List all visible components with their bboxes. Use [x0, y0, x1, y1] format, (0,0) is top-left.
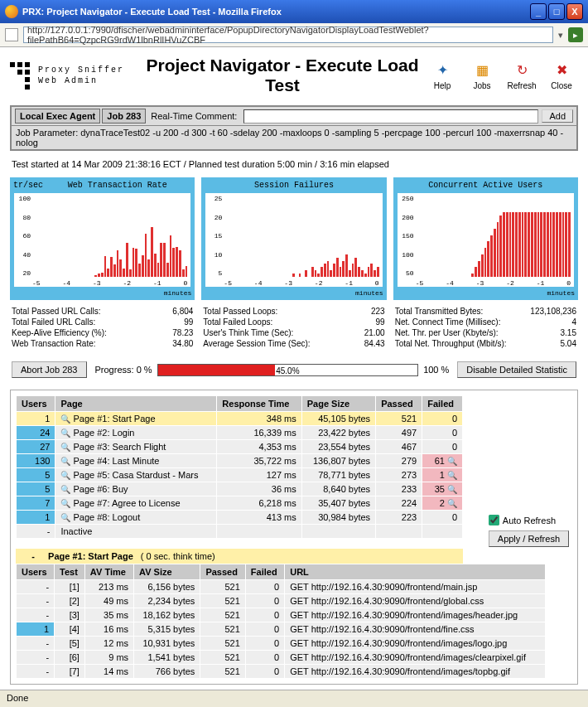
table-row[interactable]: -[2] 49 ms2,234 bytes 5210 GET http://19… — [17, 594, 546, 608]
dropdown-icon[interactable]: ▾ — [558, 30, 563, 41]
job-label: Job 283 — [102, 109, 146, 123]
table-row[interactable]: -[3] 35 ms18,162 bytes 5210 GET http://1… — [17, 608, 546, 622]
jobs-button[interactable]: ▦Jobs — [465, 61, 499, 90]
help-button[interactable]: ✦Help — [426, 61, 459, 90]
proxy-sniffer-logo — [10, 62, 30, 90]
urls-table: UsersTestAV TimeAV SizePassedFailedURL -… — [16, 564, 546, 679]
table-row[interactable]: -[6] 9 ms1,541 bytes 5210 GET http://192… — [17, 651, 546, 665]
chart: Session Failures 252015105-5-4-3-2-10 mi… — [201, 177, 386, 300]
progress-label: Progress: 0 % — [95, 365, 152, 375]
close-button[interactable]: X — [566, 3, 583, 20]
table-row[interactable]: 24 🔍 Page #2: Login 16,339 ms23,422 byte… — [17, 426, 463, 440]
close-page-button[interactable]: ✖Close — [545, 61, 578, 90]
brand-text: Proxy SnifferWeb Admin — [38, 65, 124, 87]
table-row[interactable]: -[5] 12 ms10,931 bytes 5210 GET http://1… — [17, 637, 546, 651]
window-titlebar: PRX: Project Navigator - Execute Load Te… — [0, 0, 588, 23]
job-parameter-text: Job Parameter: dynaTraceTest02 -u 200 -d… — [12, 126, 576, 149]
firefox-icon — [5, 5, 18, 18]
table-row[interactable]: 5 🔍 Page #5: Casa Stardust - Mars 127 ms… — [17, 468, 463, 482]
window-title: PRX: Project Navigator - Execute Load Te… — [22, 7, 530, 17]
test-status-text: Test started at 14 Mar 2009 21:38:16 ECT… — [12, 159, 576, 169]
pages-table: UsersPageResponse TimePage SizePassedFai… — [16, 395, 463, 539]
chart: Concurrent Active Users 25020015010050-5… — [393, 177, 578, 300]
page-icon — [5, 28, 18, 41]
rtc-label: Real-Time Comment: — [151, 111, 237, 121]
table-row[interactable]: 1 🔍 Page #8: Logout 413 ms30,984 bytes 2… — [17, 511, 463, 525]
maximize-button[interactable]: □ — [548, 3, 565, 20]
stat-block: Total Transmitted Bytes:123,108,236Net. … — [393, 305, 578, 350]
url-input[interactable]: http://127.0.0.1:7990/dfischer/webadmini… — [23, 27, 553, 43]
table-row[interactable]: 27 🔍 Page #3: Search Flight 4,353 ms23,5… — [17, 440, 463, 454]
exec-agent-label: Local Exec Agent — [15, 109, 100, 123]
table-row[interactable]: 7 🔍 Page #7: Agree to License 6,218 ms35… — [17, 496, 463, 511]
add-button[interactable]: Add — [542, 109, 573, 123]
minimize-button[interactable]: _ — [530, 3, 547, 20]
table-row[interactable]: 1 🔍 Page #1: Start Page 348 ms45,105 byt… — [17, 412, 463, 426]
auto-refresh-checkbox[interactable]: Auto Refresh — [489, 515, 556, 525]
apply-refresh-button[interactable]: Apply / Refresh — [489, 530, 569, 547]
abort-job-button[interactable]: Abort Job 283 — [12, 361, 87, 378]
browser-status-bar: Done — [0, 690, 588, 705]
table-row[interactable]: 1[4] 16 ms5,315 bytes 5210 GET http://19… — [17, 622, 546, 637]
chart: tr/secWeb Transaction Rate 10080604020-5… — [10, 177, 195, 300]
detail-page-header: - Page #1: Start Page ( 0 sec. think tim… — [16, 549, 463, 564]
go-button[interactable]: ▸ — [568, 27, 583, 42]
progress-end: 100 % — [423, 365, 449, 375]
table-row[interactable]: -[7] 14 ms766 bytes 5210 GET http://192.… — [17, 665, 546, 679]
stat-block: Total Passed Loops:223Total Failed Loops… — [201, 305, 386, 350]
refresh-button[interactable]: ↻Refresh — [505, 61, 538, 90]
table-row[interactable]: 130 🔍 Page #4: Last Minute 35,722 ms136,… — [17, 454, 463, 468]
table-row[interactable]: -[1] 213 ms6,156 bytes 5210 GET http://1… — [17, 580, 546, 594]
address-bar: http://127.0.0.1:7990/dfischer/webadmini… — [0, 23, 588, 47]
disable-detailed-statistic-button[interactable]: Disable Detailed Statistic — [457, 361, 576, 378]
rtc-input[interactable] — [243, 109, 538, 123]
table-row[interactable]: - Inactive — [17, 525, 463, 539]
table-row[interactable]: 5 🔍 Page #6: Buy 36 ms8,640 bytes 23335 … — [17, 482, 463, 496]
stat-block: Total Passed URL Calls:6,804Total Failed… — [10, 305, 195, 350]
progress-bar: 45.0% — [157, 364, 419, 376]
page-title: Project Navigator - Execute Load Test — [139, 56, 426, 95]
